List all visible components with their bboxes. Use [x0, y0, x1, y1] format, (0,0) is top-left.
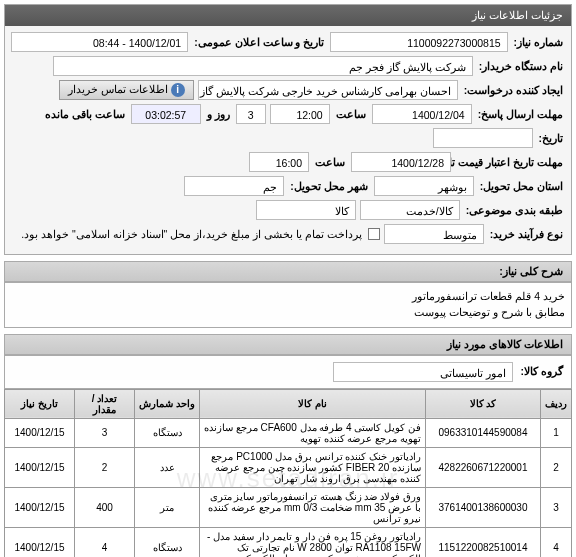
countdown-label: ساعت باقی مانده: [43, 108, 127, 120]
need-desc-title: شرح کلی نیاز:: [4, 261, 572, 282]
requester-label: ایجاد کننده درخواست:: [462, 84, 565, 96]
cell-qty: 2: [75, 447, 135, 487]
requester-field: احسان بهرامی کارشناس خرید خارجی شرکت پال…: [198, 80, 458, 100]
cell-unit: متر: [135, 487, 200, 527]
history-label: تاریخ:: [537, 132, 566, 144]
cell-qty: 400: [75, 487, 135, 527]
purchase-type-label: نوع فرآیند خرید:: [488, 228, 565, 240]
cell-date: 1400/12/15: [5, 527, 75, 557]
group-label: گروه کالا:: [519, 364, 565, 380]
th-date: تاریخ نیاز: [5, 389, 75, 418]
cell-name: رادیاتور خنک کننده ترانس برق مدل PC1000 …: [200, 447, 426, 487]
province-field: بوشهر: [374, 176, 474, 196]
panel-title: جزئیات اطلاعات نیاز: [5, 5, 571, 26]
cell-n: 3: [541, 487, 572, 527]
th-unit: واحد شمارش: [135, 389, 200, 418]
cell-code: 4282260671220001: [426, 447, 541, 487]
th-n: ردیف: [541, 389, 572, 418]
need-desc-line1: خرید 4 قلم قطعات ترانسفورماتور: [11, 289, 565, 305]
province-label: استان محل تحویل:: [478, 180, 565, 192]
contact-button-label: اطلاعات تماس خریدار: [68, 83, 168, 95]
cat1-field: کالا/خدمت: [360, 200, 460, 220]
cell-unit: عدد: [135, 447, 200, 487]
need-desc-line2: مطابق با شرح و توضیحات پیوست: [11, 305, 565, 321]
buyer-org-field: شرکت پالایش گاز فجر جم: [53, 56, 473, 76]
cell-date: 1400/12/15: [5, 487, 75, 527]
days-left-label: روز و: [205, 108, 232, 120]
cell-qty: 4: [75, 527, 135, 557]
cell-qty: 3: [75, 418, 135, 447]
cell-unit: دستگاه: [135, 527, 200, 557]
th-code: کد کالا: [426, 389, 541, 418]
purchase-type-field: متوسط: [384, 224, 484, 244]
countdown: 03:02:57: [131, 104, 201, 124]
cell-date: 1400/12/15: [5, 447, 75, 487]
th-name: نام کالا: [200, 389, 426, 418]
cell-code: 1151220082510014: [426, 527, 541, 557]
info-icon: i: [171, 83, 185, 97]
cell-name: رادیاتور روغن 15 پره فن دار و تایمر دار …: [200, 527, 426, 557]
need-no-label: شماره نیاز:: [512, 36, 565, 48]
announce-field: 1400/12/01 - 08:44: [11, 32, 188, 52]
cred-deadline-time: 16:00: [249, 152, 309, 172]
items-table: ردیف کد کالا نام کالا واحد شمارش تعداد /…: [4, 389, 572, 558]
city-label: شهر محل تحویل:: [288, 180, 369, 192]
cat2-field: کالا: [256, 200, 356, 220]
payment-note: پرداخت تمام یا بخشی از مبلغ خرید،از محل …: [19, 228, 363, 240]
table-row: 2 4282260671220001 رادیاتور خنک کننده تر…: [5, 447, 572, 487]
table-row: 1 0963310144590084 فن کویل کاستی 4 طرفه …: [5, 418, 572, 447]
cell-n: 2: [541, 447, 572, 487]
city-field: جم: [184, 176, 284, 196]
resp-deadline-date: 1400/12/04: [372, 104, 472, 124]
panel-body: شماره نیاز: 1100092273000815 تاریخ و ساع…: [5, 26, 571, 254]
resp-deadline-label: مهلت ارسال پاسخ:: [476, 108, 565, 120]
main-panel: جزئیات اطلاعات نیاز شماره نیاز: 11000922…: [4, 4, 572, 255]
resp-deadline-time: 12:00: [270, 104, 330, 124]
need-no-field: 1100092273000815: [330, 32, 507, 52]
items-section-title: اطلاعات کالاهای مورد نیاز: [4, 334, 572, 355]
cell-name: ورق فولاد ضد زنگ هسته ترانسفورماتور سایز…: [200, 487, 426, 527]
group-row: گروه کالا: امور تاسیساتی: [4, 355, 572, 389]
history-field: [433, 128, 533, 148]
cell-date: 1400/12/15: [5, 418, 75, 447]
time-label-1: ساعت: [334, 108, 368, 120]
table-header-row: ردیف کد کالا نام کالا واحد شمارش تعداد /…: [5, 389, 572, 418]
category-label: طبقه بندی موضوعی:: [464, 204, 565, 216]
table-row: 3 3761400138600030 ورق فولاد ضد زنگ هسته…: [5, 487, 572, 527]
cred-deadline-date: 1400/12/28: [351, 152, 451, 172]
cell-code: 0963310144590084: [426, 418, 541, 447]
announce-label: تاریخ و ساعت اعلان عمومی:: [192, 36, 326, 48]
th-qty: تعداد / مقدار: [75, 389, 135, 418]
time-label-2: ساعت: [313, 156, 347, 168]
cred-deadline-label: مهلت تاریخ اعتبار قیمت تا تاریخ:: [455, 156, 565, 168]
cell-code: 3761400138600030: [426, 487, 541, 527]
cell-n: 4: [541, 527, 572, 557]
cell-unit: دستگاه: [135, 418, 200, 447]
payment-checkbox[interactable]: [368, 228, 380, 240]
days-left: 3: [236, 104, 266, 124]
table-row: 4 1151220082510014 رادیاتور روغن 15 پره …: [5, 527, 572, 557]
need-desc-box: خرید 4 قلم قطعات ترانسفورماتور مطابق با …: [4, 282, 572, 328]
contact-button[interactable]: i اطلاعات تماس خریدار: [59, 80, 194, 100]
buyer-org-label: نام دستگاه خریدار:: [477, 60, 565, 72]
table-wrap: www.setadiran.ir ردیف کد کالا نام کالا و…: [0, 389, 576, 558]
cell-name: فن کویل کاستی 4 طرفه مدل CFA600 مرجع ساز…: [200, 418, 426, 447]
group-field: امور تاسیساتی: [333, 362, 513, 382]
cell-n: 1: [541, 418, 572, 447]
